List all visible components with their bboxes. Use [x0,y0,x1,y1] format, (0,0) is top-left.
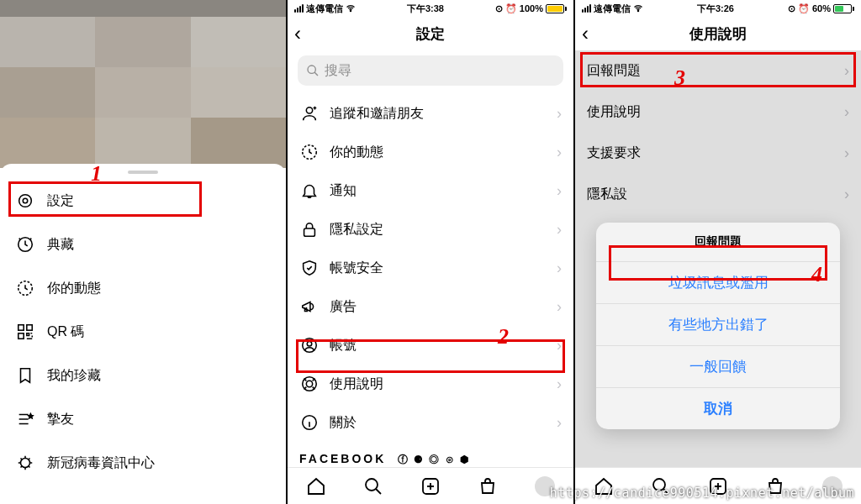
svg-point-21 [637,10,638,11]
chevron-right-icon: › [557,375,562,393]
row-label: 廣告 [330,298,357,316]
sheet-title: 回報問題 [596,223,840,261]
alarm-icon: ⏰ [505,3,517,14]
svg-point-9 [350,10,351,11]
search-tab-icon[interactable] [363,476,383,496]
svg-rect-6 [27,325,32,330]
fb-brand-icons: ⓕ ⚈ ◎ ⊙ ⬢ [393,454,470,465]
battery-icon [546,4,567,13]
menu-label: 我的珍藏 [47,367,101,385]
row-privacy[interactable]: 隱私設定› [288,210,573,249]
svg-point-10 [308,66,315,73]
battery-pct: 60% [812,3,831,13]
row-label: 你的動態 [330,144,383,161]
chevron-right-icon: › [557,414,562,432]
chevron-right-icon: › [557,182,562,200]
search-icon [306,64,320,77]
megaphone-icon [299,297,320,317]
chevron-right-icon: › [557,337,562,354]
menu-label: 你的動態 [47,280,101,297]
header: ‹ 設定 [288,17,573,50]
row-security[interactable]: 帳號安全› [288,249,573,287]
add-person-icon [299,103,320,123]
menu-settings[interactable]: 設定 [0,179,286,223]
menu-label: 新冠病毒資訊中心 [47,454,155,472]
action-sheet: 回報問題 垃圾訊息或濫用 有些地方出錯了 一般回饋 取消 [596,223,840,429]
row-follow-invite[interactable]: 追蹤和邀請朋友› [288,94,573,133]
settings-list: 追蹤和邀請朋友› 你的動態› 通知› 隱私設定› 帳號安全› 廣告› 帳號› 使… [288,94,573,467]
menu-close-friends[interactable]: 摯友 [0,397,286,441]
shield-icon [299,258,320,278]
svg-rect-7 [18,333,24,339]
close-friends-icon [15,409,35,429]
svg-point-1 [19,195,32,207]
add-tab-icon[interactable] [420,476,441,496]
search-input[interactable]: 搜尋 [298,55,563,86]
sheet-cancel[interactable]: 取消 [596,387,840,429]
row-activity[interactable]: 你的動態› [288,133,573,171]
alarm-icon: ⏰ [798,3,810,14]
info-icon [299,412,320,433]
clock-label: 下午3:38 [407,3,444,15]
facebook-section: FACEBOOK ⓕ ⚈ ◎ ⊙ ⬢ [288,442,573,467]
ind-icon: ⊙ [495,3,503,14]
chevron-right-icon: › [557,105,562,123]
chevron-right-icon: › [557,298,562,316]
signal-icon [582,4,591,13]
shop-tab-icon[interactable] [478,476,498,496]
battery-icon [833,4,854,13]
gear-icon [15,191,35,211]
chevron-right-icon: › [557,221,562,239]
menu-archive[interactable]: 典藏 [0,223,286,266]
ind-icon: ⊙ [788,3,795,14]
pane-settings: 遠傳電信 下午3:38 ⊙ ⏰ 100% ‹ 設定 搜尋 追蹤和邀請朋友› 你的… [288,0,573,504]
menu-label: QR 碼 [47,323,84,341]
profile-grid-blur [0,17,286,168]
svg-point-11 [306,108,312,113]
activity-icon [15,278,35,298]
qr-icon [15,322,35,342]
row-ads[interactable]: 廣告› [288,287,573,326]
home-tab-icon[interactable] [306,476,326,496]
row-account[interactable]: 帳號› [288,326,573,365]
battery-pct: 100% [520,3,543,13]
sheet-option-spam[interactable]: 垃圾訊息或濫用 [596,261,840,303]
row-notifications[interactable]: 通知› [288,171,573,210]
page-title: 設定 [416,24,445,44]
callout-number-1: 1 [91,161,102,186]
watermark: https://candice990514.pixnet.net/album [550,486,854,501]
covid-icon [15,453,35,473]
archive-icon [15,234,35,255]
sheet-grabber[interactable] [128,171,158,174]
row-label: 通知 [330,182,357,200]
svg-rect-5 [18,325,24,330]
row-label: 關於 [330,414,357,432]
bookmark-icon [15,365,35,386]
search-placeholder: 搜尋 [325,62,351,80]
wifi-icon [346,3,356,13]
row-help[interactable]: 使用說明› [288,365,573,403]
person-icon [299,335,320,355]
back-button[interactable]: ‹ [582,24,589,44]
menu-qr[interactable]: QR 碼 [0,310,286,354]
menu-covid[interactable]: 新冠病毒資訊中心 [0,441,286,485]
chevron-right-icon: › [557,144,562,161]
menu-saved[interactable]: 我的珍藏 [0,354,286,397]
row-label: 隱私設定 [330,221,383,239]
sheet-option-feedback[interactable]: 一般回饋 [596,345,840,387]
lock-icon [299,219,320,239]
callout-number-2: 2 [498,324,509,349]
callout-number-3: 3 [674,66,685,91]
svg-point-2 [23,198,28,203]
tab-bar [288,467,573,504]
sheet-option-something-wrong[interactable]: 有些地方出錯了 [596,303,840,345]
menu-activity[interactable]: 你的動態 [0,266,286,310]
back-button[interactable]: ‹ [294,24,301,44]
status-bar: 遠傳電信 下午3:38 ⊙ ⏰ 100% [288,0,573,17]
row-label: 使用說明 [330,375,383,393]
row-about[interactable]: 關於› [288,403,573,442]
activity-icon [299,142,320,162]
menu-label: 設定 [47,192,74,210]
row-label: 帳號 [330,337,357,354]
wifi-icon [633,3,643,13]
